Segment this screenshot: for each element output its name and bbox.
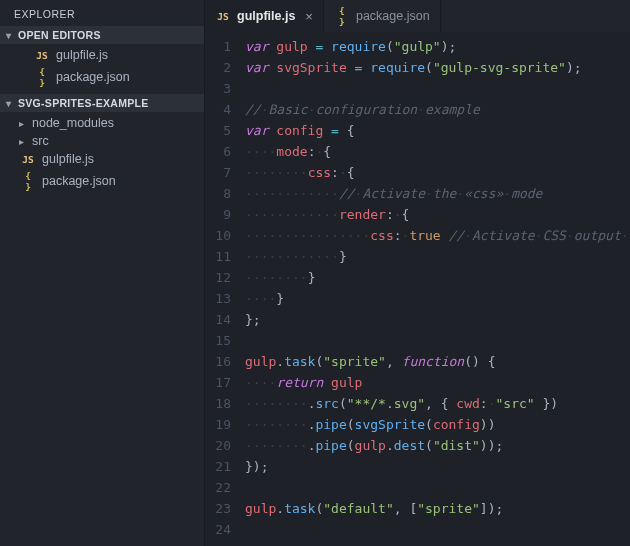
editor-tab[interactable]: JSgulpfile.js× <box>205 0 324 32</box>
line-number: 17 <box>205 372 245 393</box>
code-line[interactable]: 6····mode:·{ <box>205 141 630 162</box>
code-line[interactable]: 7········css:·{ <box>205 162 630 183</box>
editor-tab[interactable]: { }package.json <box>324 0 441 32</box>
code-line[interactable]: 21}); <box>205 456 630 477</box>
project-header[interactable]: ▾ SVG-SPRITES-EXAMPLE <box>0 94 204 112</box>
code-line[interactable]: 18········.src("**/*.svg", { cwd:·"src" … <box>205 393 630 414</box>
line-number: 18 <box>205 393 245 414</box>
file-label: gulpfile.js <box>42 152 94 166</box>
code-line[interactable]: 13····} <box>205 288 630 309</box>
code-line[interactable]: 20········.pipe(gulp.dest("dist")); <box>205 435 630 456</box>
editor-pane: JSgulpfile.js×{ }package.json 1var gulp … <box>205 0 630 546</box>
line-number: 10 <box>205 225 245 246</box>
explorer-title: EXPLORER <box>0 0 204 26</box>
folder-label: node_modules <box>32 116 114 130</box>
code-content <box>245 519 630 540</box>
file-item[interactable]: { }package.json <box>0 168 204 194</box>
code-content: ········.pipe(svgSprite(config)) <box>245 414 630 435</box>
code-content <box>245 477 630 498</box>
code-line[interactable]: 15 <box>205 330 630 351</box>
folder-label: src <box>32 134 49 148</box>
code-line[interactable]: 12········} <box>205 267 630 288</box>
tab-label: gulpfile.js <box>237 9 295 23</box>
code-content <box>245 330 630 351</box>
js-file-icon: JS <box>34 50 50 61</box>
close-icon[interactable]: × <box>301 9 313 24</box>
line-number: 23 <box>205 498 245 519</box>
chevron-right-icon: ▸ <box>16 136 26 147</box>
json-file-icon: { } <box>34 66 50 88</box>
code-content: ············render:·{ <box>245 204 630 225</box>
code-content: ········.src("**/*.svg", { cwd:·"src" }) <box>245 393 630 414</box>
line-number: 13 <box>205 288 245 309</box>
line-number: 16 <box>205 351 245 372</box>
code-content: var svgSprite = require("gulp-svg-sprite… <box>245 57 630 78</box>
line-number: 4 <box>205 99 245 120</box>
line-number: 3 <box>205 78 245 99</box>
folder-item[interactable]: ▸node_modules <box>0 114 204 132</box>
code-content: ········.pipe(gulp.dest("dist")); <box>245 435 630 456</box>
code-line[interactable]: 22 <box>205 477 630 498</box>
chevron-down-icon: ▾ <box>4 30 14 41</box>
code-line[interactable]: 8············//·Activate·the·«css»·mode <box>205 183 630 204</box>
code-line[interactable]: 9············render:·{ <box>205 204 630 225</box>
line-number: 14 <box>205 309 245 330</box>
tab-bar: JSgulpfile.js×{ }package.json <box>205 0 630 32</box>
chevron-right-icon: ▸ <box>16 118 26 129</box>
chevron-down-icon: ▾ <box>4 98 14 109</box>
code-line[interactable]: 16gulp.task("sprite", function() { <box>205 351 630 372</box>
code-line[interactable]: 1var gulp = require("gulp"); <box>205 36 630 57</box>
code-content: ············} <box>245 246 630 267</box>
code-line[interactable]: 4//·Basic·configuration·example <box>205 99 630 120</box>
code-content: ····} <box>245 288 630 309</box>
line-number: 9 <box>205 204 245 225</box>
code-line[interactable]: 14}; <box>205 309 630 330</box>
js-file-icon: JS <box>20 154 36 165</box>
line-number: 12 <box>205 267 245 288</box>
line-number: 1 <box>205 36 245 57</box>
code-content: ········css:·{ <box>245 162 630 183</box>
app-root: EXPLORER ▾ OPEN EDITORS JSgulpfile.js{ }… <box>0 0 630 546</box>
open-editor-item[interactable]: JSgulpfile.js <box>0 46 204 64</box>
explorer-sidebar: EXPLORER ▾ OPEN EDITORS JSgulpfile.js{ }… <box>0 0 205 546</box>
code-editor[interactable]: 1var gulp = require("gulp");2var svgSpri… <box>205 32 630 546</box>
open-editors-label: OPEN EDITORS <box>18 29 101 41</box>
code-line[interactable]: 3 <box>205 78 630 99</box>
file-label: package.json <box>56 70 130 84</box>
code-content: var gulp = require("gulp"); <box>245 36 630 57</box>
code-content: }); <box>245 456 630 477</box>
line-number: 7 <box>205 162 245 183</box>
code-line[interactable]: 5var config = { <box>205 120 630 141</box>
code-line[interactable]: 24 <box>205 519 630 540</box>
line-number: 11 <box>205 246 245 267</box>
code-line[interactable]: 10················css:·true //·Activate·… <box>205 225 630 246</box>
project-file-list: ▸node_modules▸srcJSgulpfile.js{ }package… <box>0 112 204 198</box>
code-line[interactable]: 17····return gulp <box>205 372 630 393</box>
folder-item[interactable]: ▸src <box>0 132 204 150</box>
code-content: ········} <box>245 267 630 288</box>
open-editors-list: JSgulpfile.js{ }package.json <box>0 44 204 94</box>
line-number: 20 <box>205 435 245 456</box>
line-number: 15 <box>205 330 245 351</box>
open-editors-header[interactable]: ▾ OPEN EDITORS <box>0 26 204 44</box>
code-content: var config = { <box>245 120 630 141</box>
code-content: gulp.task("default", ["sprite"]); <box>245 498 630 519</box>
line-number: 5 <box>205 120 245 141</box>
code-line[interactable]: 2var svgSprite = require("gulp-svg-sprit… <box>205 57 630 78</box>
code-line[interactable]: 11············} <box>205 246 630 267</box>
line-number: 2 <box>205 57 245 78</box>
file-label: package.json <box>42 174 116 188</box>
line-number: 21 <box>205 456 245 477</box>
file-label: gulpfile.js <box>56 48 108 62</box>
code-line[interactable]: 19········.pipe(svgSprite(config)) <box>205 414 630 435</box>
code-content: ············//·Activate·the·«css»·mode <box>245 183 630 204</box>
open-editor-item[interactable]: { }package.json <box>0 64 204 90</box>
code-content: gulp.task("sprite", function() { <box>245 351 630 372</box>
file-item[interactable]: JSgulpfile.js <box>0 150 204 168</box>
code-line[interactable]: 23gulp.task("default", ["sprite"]); <box>205 498 630 519</box>
line-number: 19 <box>205 414 245 435</box>
json-file-icon: { } <box>20 170 36 192</box>
code-content: ····return gulp <box>245 372 630 393</box>
code-content <box>245 78 630 99</box>
code-content: ····mode:·{ <box>245 141 630 162</box>
